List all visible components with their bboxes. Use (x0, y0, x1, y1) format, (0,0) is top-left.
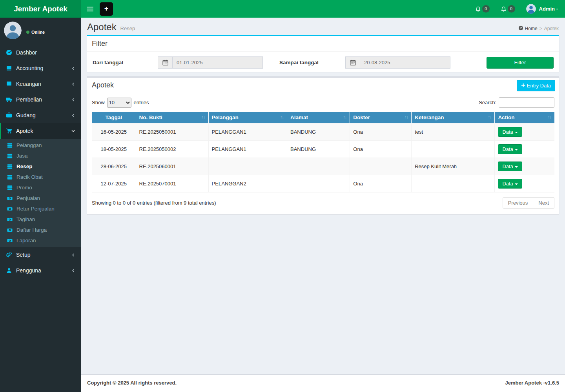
cell-tanggal: 12-07-2025 (92, 175, 136, 192)
submenu-item-retur-penjualan[interactable]: Retur Penjualan (0, 203, 81, 214)
column-header-pelanggan[interactable]: ↑↓Pelanggan (208, 112, 287, 123)
sidebar-item-gudang[interactable]: Gudang (0, 107, 81, 123)
sidebar-item-pembelian[interactable]: Pembelian (0, 92, 81, 107)
sidebar-toggle-icon[interactable] (81, 0, 98, 18)
submenu-item-racik-obat[interactable]: Racik Obat (0, 172, 81, 182)
money-icon (7, 217, 16, 222)
server-icon (7, 153, 16, 159)
table-row: 12-07-2025 RE.2025070001 PELANGGAN2 Ona … (92, 175, 554, 192)
server-icon (7, 185, 16, 191)
submenu-item-daftar-harga[interactable]: Daftar Harga (0, 225, 81, 235)
sort-icon: ↑↓ (202, 114, 205, 119)
data-dropdown-button[interactable]: Data (498, 127, 522, 137)
column-header-action[interactable]: ↑↓Action (495, 112, 554, 123)
chevron-left-icon (71, 113, 75, 118)
sort-icon: ↑↓ (280, 114, 284, 119)
quick-add-button[interactable]: + (100, 2, 113, 16)
from-date-label: Dari tanggal (87, 60, 158, 65)
cell-keterangan (412, 175, 495, 192)
column-header-tanggal[interactable]: Taggal (92, 112, 136, 123)
submenu-item-label: Tagihan (16, 216, 35, 222)
gears-icon (6, 252, 16, 258)
cell-pelanggan: PELANGGAN1 (208, 141, 287, 158)
data-dropdown-button[interactable]: Data (498, 179, 522, 189)
cell-dokter: Ona (350, 175, 412, 192)
apotek-box-title: Apotek (92, 81, 114, 89)
submenu-item-penjualan[interactable]: Penjualan (0, 193, 81, 203)
sidebar-item-accounting[interactable]: Accounting (0, 60, 81, 76)
next-page-button[interactable]: Next (533, 197, 554, 209)
user-menu[interactable]: Admin - (521, 0, 560, 18)
notification-bell-2[interactable]: 0 (495, 0, 521, 18)
sidebar-item-label: Accounting (16, 65, 43, 71)
version-text: Jember Apotek -v1.6.5 (505, 380, 559, 387)
to-date-group (345, 56, 450, 69)
submenu-item-pelanggan[interactable]: Pelanggan (0, 140, 81, 151)
cell-action: Data (495, 175, 554, 192)
sidebar-item-label: Gudang (16, 112, 36, 118)
data-dropdown-button[interactable]: Data (498, 162, 522, 171)
sidebar-item-dashbor[interactable]: Dashbor (0, 45, 81, 60)
brand-logo[interactable]: Jember Apotek (0, 0, 81, 18)
cell-keterangan: Resep Kulit Merah (412, 158, 495, 175)
server-icon (7, 164, 16, 169)
copyright-text: Copyright © 2025 All rights reserved. (87, 380, 177, 387)
submenu-item-laporan[interactable]: Laporan (0, 235, 81, 246)
breadcrumb-separator: > (539, 26, 542, 31)
submenu-item-resep[interactable]: Resep (0, 161, 81, 172)
data-dropdown-button[interactable]: Data (498, 144, 522, 154)
sort-icon: ↑↓ (405, 114, 408, 119)
caret-down-icon (515, 183, 518, 185)
previous-page-button[interactable]: Previous (503, 197, 534, 209)
money-icon (7, 238, 16, 243)
calendar-icon (345, 56, 360, 69)
column-header-keterangan[interactable]: ↑↓Keterangan (412, 112, 495, 123)
column-header-dokter[interactable]: ↑↓Dokter (350, 112, 412, 123)
sidebar-item-keuangan[interactable]: Keuangan (0, 76, 81, 92)
sidebar-user-avatar (4, 22, 22, 39)
submenu-item-promo[interactable]: Promo (0, 182, 81, 193)
page-length-select[interactable]: 10 (107, 98, 131, 108)
sidebar-item-apotek[interactable]: Apotek (0, 123, 81, 139)
cell-alamat (287, 158, 350, 175)
submenu-item-label: Penjualan (16, 195, 40, 201)
online-status-label: Online (31, 30, 45, 34)
cell-dokter: Ona (350, 123, 412, 141)
server-icon (7, 143, 16, 148)
search-input[interactable] (499, 97, 554, 108)
sort-icon: ↑↓ (548, 114, 551, 119)
sidebar-user-panel: Online (0, 18, 81, 42)
from-date-group (158, 56, 263, 69)
sidebar-item-pengguna[interactable]: Pengguna (0, 263, 81, 278)
submenu-item-label: Jasa (16, 153, 28, 159)
cell-tanggal: 18-05-2025 (92, 141, 136, 158)
bell-icon (475, 6, 481, 12)
user-icon (6, 267, 16, 274)
from-date-input[interactable] (172, 56, 263, 69)
cell-dokter (350, 158, 412, 175)
table-info: Showing 0 to 0 of 0 entries (filtered fr… (92, 200, 216, 206)
chevron-left-icon (71, 66, 75, 71)
caret-down-icon (515, 166, 518, 168)
book-icon (6, 65, 16, 71)
search-label: Search: (479, 100, 496, 105)
entries-label: entries (134, 100, 149, 105)
page-title: Apotek (87, 22, 117, 33)
cell-alamat: BANDUNG (287, 141, 350, 158)
to-date-input[interactable] (360, 56, 450, 69)
submenu-item-tagihan[interactable]: Tagihan (0, 214, 81, 225)
column-header-no-bukti[interactable]: ↑↓No. Bukti (136, 112, 208, 123)
cell-action: Data (495, 141, 554, 158)
filter-button[interactable]: Filter (487, 57, 554, 69)
breadcrumb-home-link[interactable]: Home (518, 25, 538, 32)
column-header-alamat[interactable]: ↑↓Alamat (287, 112, 350, 123)
filter-box: Filter Dari tanggal (87, 35, 559, 72)
notification-bell-1[interactable]: 0 (470, 0, 495, 18)
sidebar-item-setup[interactable]: Setup (0, 247, 81, 263)
cell-tanggal: 28-06-2025 (92, 158, 136, 175)
entry-data-button[interactable]: Entry Data (517, 80, 555, 91)
caret-down-icon (515, 132, 518, 133)
plus-icon (521, 83, 525, 89)
submenu-item-jasa[interactable]: Jasa (0, 151, 81, 161)
cell-action: Data (495, 158, 554, 175)
